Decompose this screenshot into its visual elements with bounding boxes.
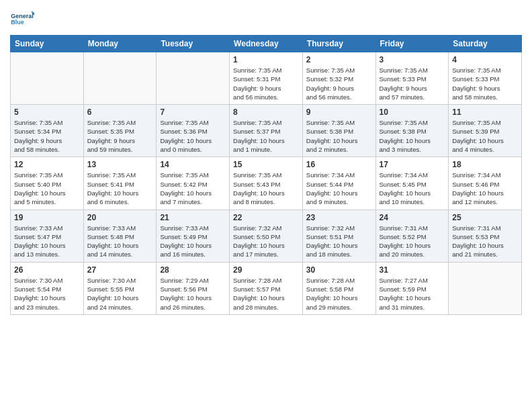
- day-number: 10: [380, 107, 445, 117]
- calendar-cell: 4Sunrise: 7:35 AM Sunset: 5:33 PM Daylig…: [449, 52, 522, 105]
- day-info: Sunrise: 7:35 AM Sunset: 5:43 PM Dayligh…: [233, 171, 299, 206]
- day-info: Sunrise: 7:30 AM Sunset: 5:54 PM Dayligh…: [14, 276, 80, 312]
- calendar-cell: 22Sunrise: 7:32 AM Sunset: 5:50 PM Dayli…: [230, 210, 303, 262]
- header: General Blue: [10, 7, 522, 31]
- day-info: Sunrise: 7:28 AM Sunset: 5:58 PM Dayligh…: [306, 276, 372, 312]
- day-info: Sunrise: 7:33 AM Sunset: 5:49 PM Dayligh…: [160, 224, 226, 259]
- day-info: Sunrise: 7:28 AM Sunset: 5:57 PM Dayligh…: [233, 276, 299, 312]
- day-info: Sunrise: 7:34 AM Sunset: 5:44 PM Dayligh…: [306, 171, 372, 206]
- day-info: Sunrise: 7:34 AM Sunset: 5:46 PM Dayligh…: [452, 171, 518, 206]
- calendar-cell: 3Sunrise: 7:35 AM Sunset: 5:33 PM Daylig…: [375, 52, 449, 105]
- calendar-cell: 15Sunrise: 7:35 AM Sunset: 5:43 PM Dayli…: [230, 157, 303, 210]
- day-info: Sunrise: 7:35 AM Sunset: 5:32 PM Dayligh…: [306, 66, 372, 101]
- day-number: 24: [380, 213, 445, 222]
- day-number: 7: [160, 107, 226, 117]
- day-info: Sunrise: 7:33 AM Sunset: 5:48 PM Dayligh…: [87, 224, 153, 259]
- calendar-cell: 1Sunrise: 7:35 AM Sunset: 5:31 PM Daylig…: [230, 52, 303, 105]
- calendar-cell: 14Sunrise: 7:35 AM Sunset: 5:42 PM Dayli…: [157, 157, 230, 210]
- weekday-header-friday: Friday: [375, 36, 449, 52]
- weekday-header-row: SundayMondayTuesdayWednesdayThursdayFrid…: [11, 36, 522, 52]
- day-number: 27: [87, 265, 153, 275]
- day-info: Sunrise: 7:35 AM Sunset: 5:41 PM Dayligh…: [87, 171, 153, 206]
- calendar-cell: 20Sunrise: 7:33 AM Sunset: 5:48 PM Dayli…: [83, 210, 157, 262]
- week-row-5: 26Sunrise: 7:30 AM Sunset: 5:54 PM Dayli…: [11, 262, 522, 314]
- day-number: 28: [160, 265, 226, 275]
- weekday-header-tuesday: Tuesday: [157, 36, 230, 52]
- calendar-cell: 18Sunrise: 7:34 AM Sunset: 5:46 PM Dayli…: [449, 157, 522, 210]
- day-number: 11: [452, 107, 518, 117]
- weekday-header-saturday: Saturday: [449, 36, 522, 52]
- day-info: Sunrise: 7:35 AM Sunset: 5:42 PM Dayligh…: [160, 171, 226, 206]
- day-number: 9: [306, 107, 372, 117]
- calendar-container: General Blue SundayMondayTuesdayWednesda…: [0, 0, 532, 322]
- day-info: Sunrise: 7:35 AM Sunset: 5:33 PM Dayligh…: [380, 66, 445, 101]
- week-row-1: 1Sunrise: 7:35 AM Sunset: 5:31 PM Daylig…: [11, 52, 522, 105]
- calendar-cell: 26Sunrise: 7:30 AM Sunset: 5:54 PM Dayli…: [11, 262, 84, 314]
- weekday-header-monday: Monday: [83, 36, 157, 52]
- calendar-cell: 16Sunrise: 7:34 AM Sunset: 5:44 PM Dayli…: [302, 157, 375, 210]
- calendar-cell: 31Sunrise: 7:27 AM Sunset: 5:59 PM Dayli…: [375, 262, 449, 314]
- day-info: Sunrise: 7:35 AM Sunset: 5:36 PM Dayligh…: [160, 118, 226, 154]
- day-number: 30: [306, 265, 372, 275]
- calendar-cell: 23Sunrise: 7:32 AM Sunset: 5:51 PM Dayli…: [302, 210, 375, 262]
- calendar-cell: 27Sunrise: 7:30 AM Sunset: 5:55 PM Dayli…: [83, 262, 157, 314]
- calendar-cell: [11, 52, 84, 105]
- day-number: 13: [87, 160, 153, 169]
- day-number: 1: [233, 55, 299, 64]
- svg-text:General: General: [11, 13, 34, 19]
- calendar-cell: 28Sunrise: 7:29 AM Sunset: 5:56 PM Dayli…: [157, 262, 230, 314]
- day-info: Sunrise: 7:35 AM Sunset: 5:35 PM Dayligh…: [87, 118, 153, 154]
- svg-text:Blue: Blue: [11, 19, 24, 26]
- day-number: 26: [14, 265, 80, 275]
- day-number: 25: [452, 213, 518, 222]
- calendar-cell: 25Sunrise: 7:31 AM Sunset: 5:53 PM Dayli…: [449, 210, 522, 262]
- calendar-table: SundayMondayTuesdayWednesdayThursdayFrid…: [10, 35, 522, 315]
- day-info: Sunrise: 7:35 AM Sunset: 5:38 PM Dayligh…: [306, 118, 372, 154]
- day-info: Sunrise: 7:29 AM Sunset: 5:56 PM Dayligh…: [160, 276, 226, 312]
- day-number: 31: [380, 265, 445, 275]
- calendar-cell: 7Sunrise: 7:35 AM Sunset: 5:36 PM Daylig…: [157, 105, 230, 157]
- day-number: 2: [306, 55, 372, 64]
- calendar-cell: 13Sunrise: 7:35 AM Sunset: 5:41 PM Dayli…: [83, 157, 157, 210]
- calendar-cell: 6Sunrise: 7:35 AM Sunset: 5:35 PM Daylig…: [83, 105, 157, 157]
- day-number: 15: [233, 160, 299, 169]
- week-row-4: 19Sunrise: 7:33 AM Sunset: 5:47 PM Dayli…: [11, 210, 522, 262]
- calendar-cell: 17Sunrise: 7:34 AM Sunset: 5:45 PM Dayli…: [375, 157, 449, 210]
- day-number: 19: [14, 213, 80, 222]
- day-number: 18: [452, 160, 518, 169]
- logo-svg: General Blue: [10, 7, 34, 31]
- calendar-cell: 5Sunrise: 7:35 AM Sunset: 5:34 PM Daylig…: [11, 105, 84, 157]
- day-info: Sunrise: 7:35 AM Sunset: 5:31 PM Dayligh…: [233, 66, 299, 101]
- calendar-cell: 9Sunrise: 7:35 AM Sunset: 5:38 PM Daylig…: [302, 105, 375, 157]
- day-number: 5: [14, 107, 80, 117]
- day-number: 14: [160, 160, 226, 169]
- logo: General Blue: [10, 7, 34, 31]
- day-info: Sunrise: 7:33 AM Sunset: 5:47 PM Dayligh…: [14, 224, 80, 259]
- calendar-cell: 8Sunrise: 7:35 AM Sunset: 5:37 PM Daylig…: [230, 105, 303, 157]
- week-row-2: 5Sunrise: 7:35 AM Sunset: 5:34 PM Daylig…: [11, 105, 522, 157]
- day-info: Sunrise: 7:32 AM Sunset: 5:50 PM Dayligh…: [233, 224, 299, 259]
- calendar-cell: 29Sunrise: 7:28 AM Sunset: 5:57 PM Dayli…: [230, 262, 303, 314]
- day-number: 12: [14, 160, 80, 169]
- weekday-header-wednesday: Wednesday: [230, 36, 303, 52]
- weekday-header-thursday: Thursday: [302, 36, 375, 52]
- calendar-cell: 2Sunrise: 7:35 AM Sunset: 5:32 PM Daylig…: [302, 52, 375, 105]
- day-number: 29: [233, 265, 299, 275]
- day-info: Sunrise: 7:35 AM Sunset: 5:40 PM Dayligh…: [14, 171, 80, 206]
- day-number: 22: [233, 213, 299, 222]
- day-number: 3: [380, 55, 445, 64]
- calendar-cell: [157, 52, 230, 105]
- calendar-cell: 24Sunrise: 7:31 AM Sunset: 5:52 PM Dayli…: [375, 210, 449, 262]
- day-info: Sunrise: 7:35 AM Sunset: 5:33 PM Dayligh…: [452, 66, 518, 101]
- day-info: Sunrise: 7:34 AM Sunset: 5:45 PM Dayligh…: [380, 171, 445, 206]
- day-info: Sunrise: 7:27 AM Sunset: 5:59 PM Dayligh…: [380, 276, 445, 312]
- day-info: Sunrise: 7:31 AM Sunset: 5:52 PM Dayligh…: [380, 224, 445, 259]
- day-number: 20: [87, 213, 153, 222]
- calendar-cell: [83, 52, 157, 105]
- calendar-cell: 19Sunrise: 7:33 AM Sunset: 5:47 PM Dayli…: [11, 210, 84, 262]
- day-info: Sunrise: 7:30 AM Sunset: 5:55 PM Dayligh…: [87, 276, 153, 312]
- calendar-cell: 21Sunrise: 7:33 AM Sunset: 5:49 PM Dayli…: [157, 210, 230, 262]
- day-info: Sunrise: 7:32 AM Sunset: 5:51 PM Dayligh…: [306, 224, 372, 259]
- day-number: 17: [380, 160, 445, 169]
- week-row-3: 12Sunrise: 7:35 AM Sunset: 5:40 PM Dayli…: [11, 157, 522, 210]
